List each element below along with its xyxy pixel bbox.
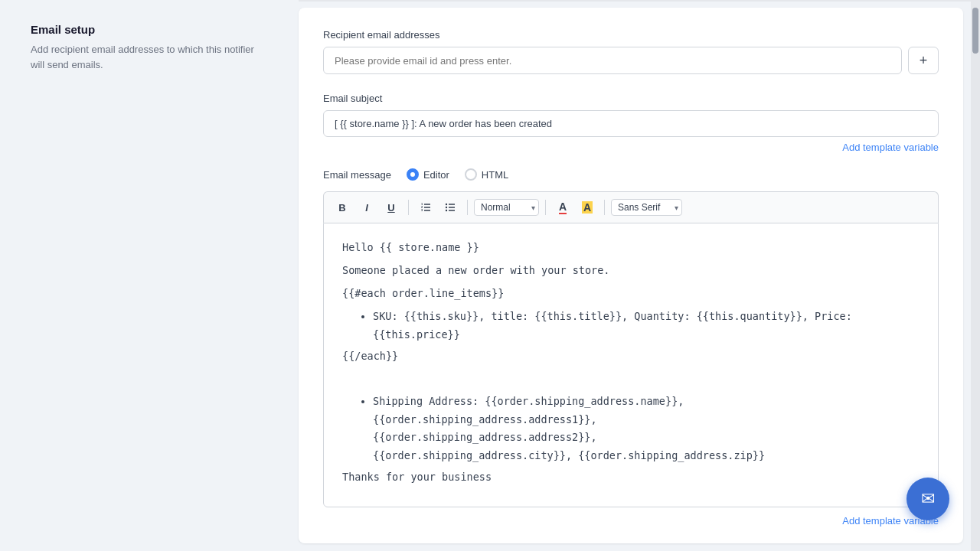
add-email-button[interactable]: + [908, 47, 939, 74]
svg-point-6 [446, 204, 447, 205]
font-select[interactable]: Sans Serif Serif Monospace [611, 199, 682, 216]
email-row: + [323, 47, 939, 74]
mail-icon: ✉ [921, 489, 935, 509]
editor-spacer [342, 370, 920, 388]
html-radio-label: HTML [482, 169, 508, 181]
highlight-icon: A [582, 201, 593, 214]
section-title: Email setup [31, 23, 268, 36]
left-panel: Email setup Add recipient email addresse… [0, 0, 299, 551]
editor-radio-option[interactable]: Editor [407, 168, 449, 181]
editor-list-item-1: SKU: {{this.sku}}, title: {{this.title}}… [373, 308, 920, 344]
editor-line-5: Thanks for your business [342, 468, 920, 487]
heading-select-wrapper: Normal Heading 1 Heading 2 Heading 3 [474, 199, 539, 216]
section-description: Add recipient email addresses to which t… [31, 42, 268, 72]
editor-body[interactable]: Hello {{ store.name }} Someone placed a … [323, 223, 939, 507]
editor-list-1: SKU: {{this.sku}}, title: {{this.title}}… [342, 308, 920, 344]
svg-text:3: 3 [421, 208, 423, 212]
editor-line-2: Someone placed a new order with your sto… [342, 262, 920, 280]
floating-mail-button[interactable]: ✉ [906, 478, 949, 520]
page-layout: Email setup Add recipient email addresse… [0, 0, 980, 551]
editor-radio-button[interactable] [407, 168, 419, 181]
toolbar-divider-4 [604, 200, 605, 215]
editor-shipping-1: Shipping Address: {{order.shipping_addre… [373, 395, 684, 407]
font-color-icon: A [559, 201, 567, 214]
toolbar-divider-3 [545, 200, 546, 215]
underline-button[interactable]: U [381, 197, 402, 218]
subject-label: Email subject [323, 93, 939, 104]
heading-select[interactable]: Normal Heading 1 Heading 2 Heading 3 [474, 199, 539, 216]
top-border [299, 0, 980, 2]
editor-line-1: Hello {{ store.name }} [342, 239, 920, 257]
ordered-list-button[interactable]: 1 2 3 [415, 197, 436, 218]
toolbar-divider-1 [408, 200, 409, 215]
svg-point-8 [446, 210, 447, 211]
add-template-variable-link-1[interactable]: Add template variable [323, 142, 939, 153]
subject-input[interactable] [323, 110, 939, 137]
svg-point-7 [446, 207, 447, 208]
editor-line-1-code: Hello {{ store.name }} [342, 241, 479, 253]
editor-shipping-4: {{order.shipping_address.city}}, {{order… [373, 449, 765, 461]
editor-shipping-3: {{order.shipping_address.address2}}, [373, 431, 597, 443]
html-radio-option[interactable]: HTML [465, 168, 508, 181]
editor-line-4: {{/each}} [342, 347, 920, 366]
italic-button[interactable]: I [356, 197, 377, 218]
bold-button[interactable]: B [332, 197, 353, 218]
recipient-label: Recipient email addresses [323, 29, 939, 41]
message-toggle-row: Email message Editor HTML [323, 168, 939, 181]
editor-line-2-code: Someone placed a new order with your sto… [342, 264, 610, 276]
add-template-variable-link-2[interactable]: Add template variable [323, 515, 939, 527]
editor-shipping-2: {{order.shipping_address.address1}}, [373, 413, 597, 425]
font-select-wrapper: Sans Serif Serif Monospace [611, 199, 682, 216]
scrollbar-area[interactable] [971, 0, 980, 551]
editor-line-4-code: {{/each}} [342, 350, 398, 362]
font-color-button[interactable]: A [552, 197, 573, 218]
editor-line-5-code: Thanks for your business [342, 471, 492, 483]
scrollbar-thumb[interactable] [972, 8, 978, 54]
main-panel: Recipient email addresses + Email subjec… [299, 8, 963, 543]
email-input[interactable] [323, 47, 902, 74]
editor-list-2: Shipping Address: {{order.shipping_addre… [342, 393, 920, 466]
editor-toolbar: B I U 1 2 3 [323, 191, 939, 223]
message-label: Email message [323, 169, 391, 181]
highlight-button[interactable]: A [577, 197, 598, 218]
editor-list-item-2: Shipping Address: {{order.shipping_addre… [373, 393, 920, 466]
editor-radio-label: Editor [423, 169, 449, 181]
editor-list-item-1-sku: SKU: {{this.sku}}, title: {{this.title}}… [373, 310, 852, 341]
unordered-list-button[interactable] [439, 197, 461, 218]
html-radio-button[interactable] [465, 168, 477, 181]
editor-line-3-code: {{#each order.line_items}} [342, 287, 504, 299]
editor-line-3: {{#each order.line_items}} [342, 285, 920, 303]
toolbar-divider-2 [467, 200, 468, 215]
